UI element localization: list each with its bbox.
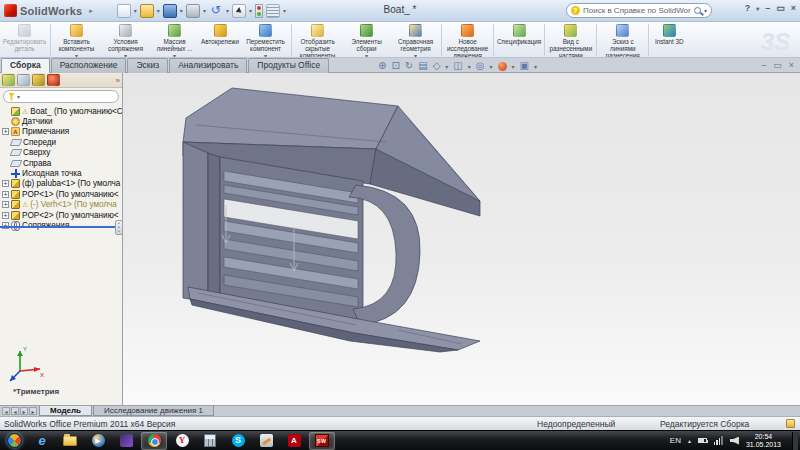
- options-dropdown-icon[interactable]: ▾: [283, 7, 286, 14]
- search-dropdown-icon[interactable]: ▾: [704, 7, 707, 14]
- select-tool-icon[interactable]: [232, 4, 246, 18]
- zoom-area-icon[interactable]: ⊡: [391, 60, 399, 72]
- splitter-grip[interactable]: •••: [115, 220, 123, 235]
- tree-item-origin[interactable]: Исходная точка: [2, 168, 122, 178]
- save-icon[interactable]: [163, 4, 177, 18]
- print-dropdown-icon[interactable]: ▾: [203, 7, 206, 14]
- tree-item-assembly-root[interactable]: ⚠Boat_ (По умолчанию<Со: [2, 106, 122, 116]
- tree-item-pop2[interactable]: +POP<2> (По умолчанию<: [2, 210, 122, 220]
- propertymanager-tab-icon[interactable]: [17, 74, 30, 86]
- scroll-next-icon[interactable]: ▸: [20, 407, 28, 415]
- expand-icon[interactable]: +: [2, 180, 9, 187]
- quick-tips-icon[interactable]: [786, 419, 795, 428]
- doc-close-button[interactable]: ×: [789, 60, 794, 70]
- tree-item-verh[interactable]: +⚠(-) Verh<1> (По умолча: [2, 200, 122, 210]
- options-icon[interactable]: [266, 4, 280, 18]
- expand-icon[interactable]: +: [2, 128, 9, 135]
- mate-button[interactable]: Условия сопряжения▾: [101, 22, 150, 58]
- show-desktop-button[interactable]: [792, 432, 798, 450]
- solidworks-menu-button[interactable]: SolidWorks ▸: [0, 4, 93, 17]
- start-button[interactable]: [1, 432, 27, 450]
- rebuild-traffic-light-icon[interactable]: [255, 4, 263, 18]
- close-button[interactable]: ×: [791, 3, 796, 13]
- expand-icon[interactable]: +: [2, 191, 9, 198]
- volume-icon[interactable]: [730, 437, 739, 445]
- search-icon[interactable]: [694, 7, 701, 14]
- view-orientation-icon[interactable]: ◇: [433, 60, 441, 72]
- tree-item-paluba[interactable]: +(ф) paluba<1> (По умолча: [2, 179, 122, 189]
- select-dropdown-icon[interactable]: ▾: [249, 7, 252, 14]
- tab-evaluate[interactable]: Анализировать: [169, 58, 247, 73]
- undo-dropdown-icon[interactable]: ▾: [226, 7, 229, 14]
- expand-icon[interactable]: +: [2, 201, 9, 208]
- taskbar-solidworks[interactable]: SW: [309, 432, 335, 450]
- taskbar-explorer[interactable]: [57, 432, 83, 450]
- hide-show-items-icon[interactable]: ◎: [476, 60, 485, 72]
- graphics-area[interactable]: » ▾ ⚠Boat_ (По умолчанию<Со Датчики +AПр…: [0, 73, 800, 405]
- tree-item-annotations[interactable]: +AПримечания: [2, 127, 122, 137]
- tab-assembly[interactable]: Сборка: [1, 58, 50, 73]
- display-style-icon[interactable]: ◫: [453, 60, 462, 72]
- taskbar-internet-explorer[interactable]: e: [29, 432, 55, 450]
- search-input[interactable]: Поиск в Справке по SolidWorks: [583, 6, 691, 15]
- edit-appearance-icon[interactable]: [498, 62, 507, 71]
- insert-components-button[interactable]: Вставить компоненты▾: [52, 22, 101, 58]
- tab-motion-study[interactable]: Исследование движения 1: [93, 406, 214, 416]
- tree-item-sensors[interactable]: Датчики: [2, 116, 122, 126]
- tree-item-pop1[interactable]: +POP<1> (По умолчанию<: [2, 189, 122, 199]
- zoom-fit-icon[interactable]: ⊕: [378, 60, 386, 72]
- new-motion-study-button[interactable]: Новое исследование движения: [443, 22, 492, 58]
- expand-icon[interactable]: +: [2, 212, 9, 219]
- restore-button[interactable]: ▭: [776, 3, 785, 13]
- rotate-view-icon[interactable]: ↻: [405, 60, 413, 72]
- help-dropdown-icon[interactable]: ▾: [756, 5, 759, 12]
- tree-item-front-plane[interactable]: Спереди: [2, 137, 122, 147]
- move-component-button[interactable]: Переместить компонент▾: [241, 22, 290, 58]
- scroll-first-icon[interactable]: ◂: [2, 407, 10, 415]
- taskbar-skype[interactable]: S: [225, 432, 251, 450]
- battery-icon[interactable]: [698, 438, 707, 443]
- tree-item-right-plane[interactable]: Справа: [2, 158, 122, 168]
- taskbar-media-player[interactable]: ▶: [85, 432, 111, 450]
- dropdown-icon[interactable]: ▾: [534, 63, 537, 70]
- panel-chevrons-icon[interactable]: »: [116, 76, 120, 85]
- bill-of-materials-button[interactable]: Спецификация: [495, 22, 543, 45]
- dropdown-icon[interactable]: ▾: [445, 63, 448, 70]
- taskbar-chrome[interactable]: [141, 432, 167, 450]
- assembly-features-button[interactable]: Элементы сборки▾: [342, 22, 391, 58]
- minimize-button[interactable]: –: [765, 3, 770, 13]
- apply-scene-icon[interactable]: ▣: [520, 60, 529, 72]
- dropdown-icon[interactable]: ▾: [490, 63, 493, 70]
- scroll-last-icon[interactable]: ▸: [29, 407, 37, 415]
- taskbar-drawing-app[interactable]: [253, 432, 279, 450]
- new-document-icon[interactable]: [117, 4, 131, 18]
- linear-pattern-button[interactable]: Массив линейных ...▾: [150, 22, 199, 58]
- open-icon[interactable]: [140, 4, 154, 18]
- open-dropdown-icon[interactable]: ▾: [157, 7, 160, 14]
- tab-office-products[interactable]: Продукты Office: [248, 58, 329, 73]
- hidden-icons-arrow[interactable]: ▴: [688, 437, 691, 444]
- language-indicator[interactable]: EN: [670, 436, 681, 445]
- exploded-view-button[interactable]: Вид с разнесенными частями: [546, 22, 595, 58]
- undo-icon[interactable]: ↺: [209, 4, 223, 18]
- menu-expand-icon[interactable]: ▸: [89, 7, 93, 15]
- edit-part-button[interactable]: Редактировать деталь: [0, 22, 49, 52]
- taskbar-calculator[interactable]: [197, 432, 223, 450]
- tab-sketch[interactable]: Эскиз: [127, 58, 168, 73]
- configurationmanager-tab-icon[interactable]: [32, 74, 45, 86]
- taskbar-yandex[interactable]: Y: [169, 432, 195, 450]
- tree-item-top-plane[interactable]: Сверху: [2, 148, 122, 158]
- help-search-box[interactable]: ? Поиск в Справке по SolidWorks ▾: [566, 3, 712, 18]
- smart-fasteners-button[interactable]: Автокрепежи: [199, 22, 241, 45]
- dropdown-icon[interactable]: ▾: [468, 63, 471, 70]
- tray-clock[interactable]: 20:54 31.05.2013: [746, 433, 781, 449]
- boat-model[interactable]: [158, 85, 488, 365]
- tab-model[interactable]: Модель: [39, 406, 92, 416]
- taskbar-adobe-reader[interactable]: A: [281, 432, 307, 450]
- displaymanager-tab-icon[interactable]: [47, 74, 60, 86]
- dropdown-icon[interactable]: ▾: [512, 63, 515, 70]
- tab-layout[interactable]: Расположение: [51, 58, 127, 73]
- new-dropdown-icon[interactable]: ▾: [134, 7, 137, 14]
- taskbar-messenger[interactable]: [113, 432, 139, 450]
- show-hidden-components-button[interactable]: Отобразить скрытые компоненты: [293, 22, 342, 58]
